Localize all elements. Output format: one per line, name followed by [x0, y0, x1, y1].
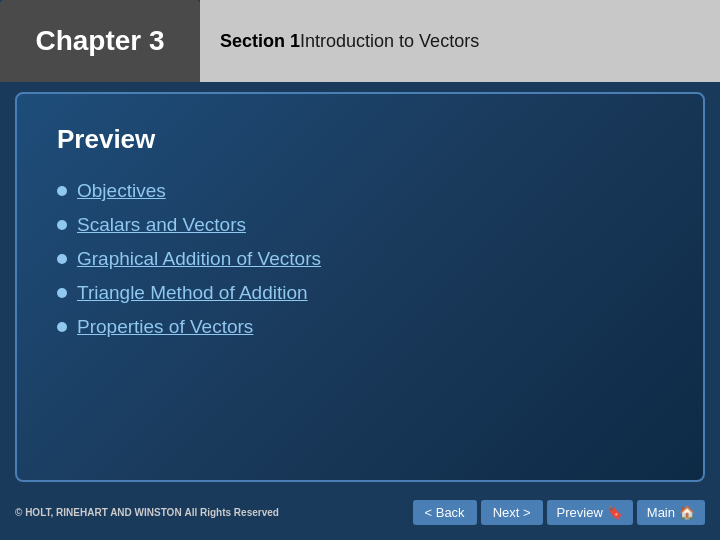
next-button[interactable]: Next > [481, 500, 543, 525]
bullet-dot [57, 254, 67, 264]
footer-buttons: < Back Next > Preview 🔖 Main 🏠 [413, 500, 705, 525]
list-item[interactable]: Scalars and Vectors [57, 214, 663, 236]
chapter-badge: Chapter 3 [0, 0, 200, 82]
chapter-label: Chapter 3 [35, 25, 164, 57]
main-label: Main [647, 505, 675, 520]
list-item[interactable]: Graphical Addition of Vectors [57, 248, 663, 270]
bullet-dot [57, 288, 67, 298]
main-content: Preview Objectives Scalars and Vectors G… [15, 92, 705, 482]
list-item[interactable]: Objectives [57, 180, 663, 202]
bullet-dot [57, 322, 67, 332]
bullet-list: Objectives Scalars and Vectors Graphical… [57, 180, 663, 338]
section-number: Section 1 [220, 31, 300, 52]
scalars-link[interactable]: Scalars and Vectors [77, 214, 246, 236]
preview-title: Preview [57, 124, 663, 155]
home-icon: 🏠 [679, 505, 695, 520]
properties-link[interactable]: Properties of Vectors [77, 316, 253, 338]
footer: © HOLT, RINEHART AND WINSTON All Rights … [0, 492, 720, 532]
section-title-bar: Section 1 Introduction to Vectors [200, 0, 720, 82]
header: Chapter 3 Section 1 Introduction to Vect… [0, 0, 720, 82]
objectives-link[interactable]: Objectives [77, 180, 166, 202]
preview-icon: 🔖 [607, 505, 623, 520]
section-title: Introduction to Vectors [300, 31, 479, 52]
back-button[interactable]: < Back [413, 500, 477, 525]
list-item[interactable]: Properties of Vectors [57, 316, 663, 338]
preview-button[interactable]: Preview 🔖 [547, 500, 633, 525]
graphical-addition-link[interactable]: Graphical Addition of Vectors [77, 248, 321, 270]
bullet-dot [57, 220, 67, 230]
triangle-method-link[interactable]: Triangle Method of Addition [77, 282, 308, 304]
list-item[interactable]: Triangle Method of Addition [57, 282, 663, 304]
copyright-rest: All Rights Reserved [184, 507, 278, 518]
bullet-dot [57, 186, 67, 196]
preview-label: Preview [557, 505, 603, 520]
main-button[interactable]: Main 🏠 [637, 500, 705, 525]
copyright: © HOLT, RINEHART AND WINSTON All Rights … [15, 507, 279, 518]
copyright-bold: © HOLT, RINEHART AND WINSTON [15, 507, 182, 518]
